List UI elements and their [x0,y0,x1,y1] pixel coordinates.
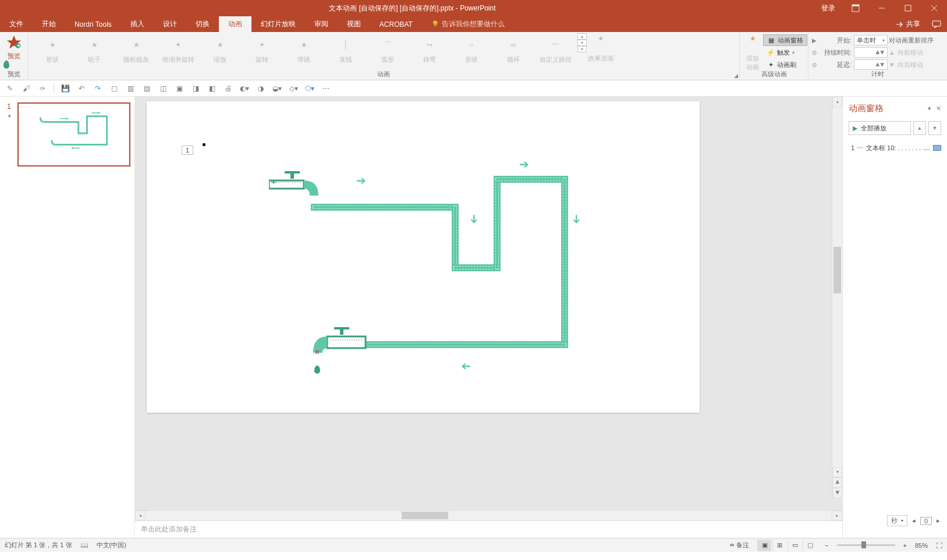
tab-view[interactable]: 视图 [338,16,370,32]
ribbon-options-icon[interactable] [842,0,868,16]
hscroll-left[interactable]: ◂ [135,511,146,520]
next-slide[interactable]: ⯆ [832,488,842,498]
anim-turn[interactable]: ↪转弯 [409,33,451,70]
anim-time-prev[interactable]: ◂ [912,517,916,524]
feedback-button[interactable] [926,16,947,32]
animation-pane-toggle[interactable]: ▦ 动画窗格 [763,34,807,46]
qat-tool7-icon[interactable]: ◐▾ [239,83,250,94]
language-status[interactable]: 中文(中国) [97,541,126,550]
anim-shape2[interactable]: ○形状 [451,33,492,70]
qat-tool9-icon[interactable]: ◒▾ [272,83,282,94]
anim-shape[interactable]: ★形状 [31,33,73,70]
qat-tool10-icon[interactable]: ◇▾ [288,83,299,94]
hscroll-right[interactable]: ▸ [832,511,842,520]
horizontal-scrollbar[interactable]: ◂ ▸ [135,510,842,520]
move-earlier-button[interactable]: ▲向前移动 [889,47,944,58]
qat-redo-icon[interactable]: ↷ [93,83,103,94]
gallery-scroll-up[interactable]: ▴ [577,33,587,40]
tab-slideshow[interactable]: 幻灯片放映 [251,16,305,32]
tab-tell-me[interactable]: 告诉我你想要做什么 [422,16,514,32]
anim-bounce[interactable]: ★弹跳 [283,33,325,70]
vertical-scrollbar[interactable]: ▴ ▾ ⯅ ⯆ [832,97,842,498]
anim-pane-menu-icon[interactable]: ▾ [928,105,931,112]
slide-viewport[interactable]: 1 [135,97,842,510]
anim-wheel[interactable]: ★轮子 [73,33,115,70]
tab-acrobat[interactable]: ACROBAT [370,16,422,32]
start-select[interactable]: 单击时▾ [854,35,888,45]
anim-group-launcher[interactable]: ◢ [734,73,738,79]
slide-thumbnail-1[interactable]: 1 ✦ [5,102,130,166]
anim-spin[interactable]: ✦旋转 [241,33,283,70]
qat-tool4-icon[interactable]: ▣ [174,83,185,94]
sorter-view-icon[interactable]: ⊞ [772,540,786,551]
qat-tool3-icon[interactable]: ◫ [158,83,168,94]
move-later-button[interactable]: ▼向后移动 [889,59,944,70]
hscroll-thumb[interactable] [402,512,448,519]
minimize-icon[interactable] [868,0,895,16]
tab-nordri[interactable]: Nordri Tools [65,16,121,32]
trigger-button[interactable]: ⚡ 触发 ▾ [763,47,807,58]
notes-toggle[interactable]: ≐ 备注 [729,541,749,550]
qat-brush-icon[interactable]: 🖌 [21,83,31,94]
qat-save-icon[interactable]: 💾 [60,83,70,94]
share-button[interactable]: 共享 [889,16,926,32]
anim-time-unit[interactable]: 秒▾ [887,515,907,526]
tab-animation[interactable]: 动画 [219,16,251,32]
login-link[interactable]: 登录 [814,3,842,13]
gallery-scroll-down[interactable]: ▾ [577,40,587,46]
tab-review[interactable]: 审阅 [305,16,338,32]
anim-custom-path[interactable]: 〰自定义路径 [534,33,576,70]
vscroll-down[interactable]: ▾ [832,467,842,477]
anim-time-next[interactable]: ▸ [937,517,940,524]
animation-painter-button[interactable]: ✦ 动画刷 [763,59,807,70]
vscroll-up[interactable]: ▴ [832,97,842,107]
zoom-slider[interactable] [837,544,895,546]
qat-tool2-icon[interactable]: ▤ [141,83,152,94]
qat-shape-icon[interactable]: ⬠▾ [304,83,315,94]
qat-pen-icon[interactable]: ✎ [5,83,15,94]
tab-design[interactable]: 设计 [154,16,186,32]
zoom-level[interactable]: 85% [915,542,928,549]
tab-transition[interactable]: 切换 [186,16,219,32]
anim-zoom[interactable]: ★缩放 [199,33,241,70]
normal-view-icon[interactable]: ▣ [757,540,771,551]
anim-random-bars[interactable]: ★随机线条 [115,33,157,70]
qat-tool5-icon[interactable]: ◨ [190,83,201,94]
maximize-icon[interactable] [895,0,921,16]
anim-move-down[interactable]: ▼ [928,121,941,135]
slide-canvas[interactable]: 1 [147,101,700,413]
tab-insert[interactable]: 插入 [121,16,154,32]
play-all-button[interactable]: ▶ 全部播放 [849,121,911,135]
notes-area[interactable]: 单击此处添加备注 [135,520,842,538]
anim-arc[interactable]: ⌒弧形 [367,33,409,70]
effect-options-button[interactable]: ★ 效果选项 [588,33,613,63]
vscroll-thumb[interactable] [833,247,841,293]
delay-input[interactable]: ⯅⯆ [854,59,888,70]
zoom-out-icon[interactable]: − [825,542,828,549]
animation-gallery[interactable]: ★形状 ★轮子 ★随机线条 ✦收缩并旋转 ★缩放 ✦旋转 ★弹跳 │直线 ⌒弧形… [31,33,576,70]
qat-tool6-icon[interactable]: ◧ [207,83,217,94]
anim-line[interactable]: │直线 [325,33,367,70]
qat-eyedropper-icon[interactable]: ✑ [37,83,48,94]
gallery-expand[interactable]: ▾ [577,46,587,52]
duration-input[interactable]: ⯅⯆ [854,47,888,58]
spellcheck-icon[interactable]: 📖 [80,541,88,549]
qat-start-icon[interactable]: ▢ [109,83,119,94]
anim-loop[interactable]: ∞循环 [492,33,534,70]
anim-entry-1[interactable]: 1 〰 文本框 10: . . . . . . . .... [849,142,941,154]
anim-pane-close-icon[interactable]: ✕ [936,105,941,112]
tab-home[interactable]: 开始 [33,16,65,32]
reading-view-icon[interactable]: ▭ [788,540,801,551]
qat-tool8-icon[interactable]: ◑ [256,83,266,94]
qat-print-icon[interactable]: 🖨 [223,83,233,94]
fit-to-window-icon[interactable]: ⛶ [936,542,942,549]
prev-slide[interactable]: ⯅ [832,477,842,488]
qat-tool1-icon[interactable]: ▥ [125,83,136,94]
zoom-thumb[interactable] [861,541,866,548]
anim-move-up[interactable]: ▲ [913,121,926,135]
zoom-in-icon[interactable]: + [903,542,907,549]
qat-more-icon[interactable]: ⋯ [321,83,331,94]
preview-button[interactable]: 预览 ▾ [3,33,24,61]
qat-undo-icon[interactable]: ↶ [76,83,87,94]
tab-file[interactable]: 文件 [0,16,33,32]
